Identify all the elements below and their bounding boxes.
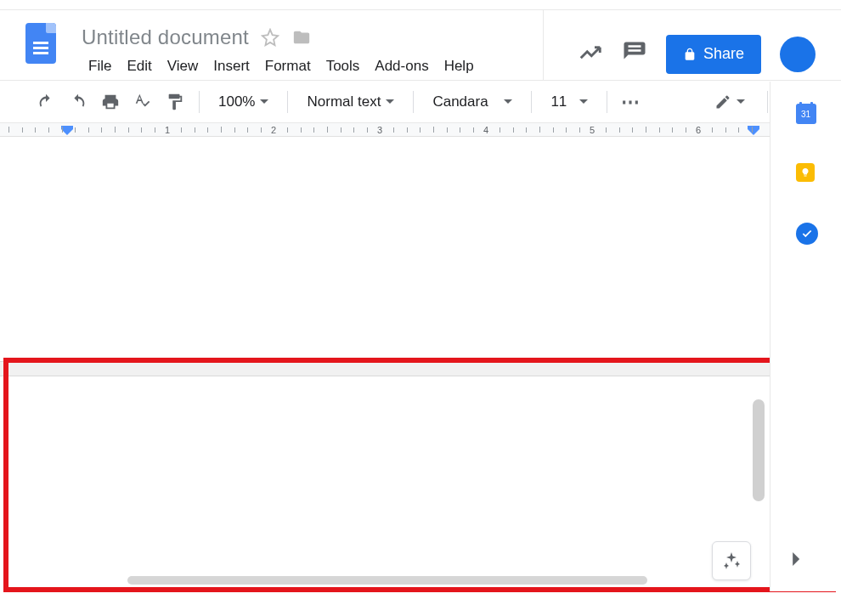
ruler-tick	[35, 127, 36, 133]
ruler-tick	[579, 127, 580, 133]
ruler-tick	[447, 127, 448, 133]
ruler-tick	[672, 127, 673, 133]
vertical-scrollbar[interactable]	[753, 399, 765, 501]
horizontal-ruler[interactable]: 1 2 3 4 5 6	[0, 123, 770, 137]
ruler-tick	[22, 127, 23, 133]
tasks-app-icon[interactable]	[796, 223, 816, 243]
ruler-tick	[526, 127, 527, 133]
ruler-tick	[367, 127, 368, 133]
app-header: Untitled document File Edit View Insert …	[0, 10, 841, 81]
toolbar-separator	[413, 91, 414, 113]
menu-file[interactable]: File	[82, 54, 118, 78]
ruler-tick	[553, 127, 554, 133]
comments-icon[interactable]	[622, 40, 647, 69]
menu-format[interactable]: Format	[258, 54, 318, 78]
chevron-down-icon	[260, 93, 268, 110]
ruler-mark-6: 6	[694, 123, 703, 137]
right-indent-marker[interactable]	[748, 126, 759, 138]
ruler-tick	[619, 127, 620, 133]
page-1[interactable]	[8, 137, 748, 361]
toolbar-separator	[287, 91, 288, 113]
ruler-tick	[473, 127, 474, 133]
menu-tools[interactable]: Tools	[319, 54, 367, 78]
ruler-mark-5: 5	[588, 123, 596, 137]
menu-addons[interactable]: Add-ons	[368, 54, 435, 78]
account-avatar[interactable]	[780, 37, 816, 72]
ruler-tick	[460, 127, 460, 133]
ruler-tick	[101, 127, 102, 133]
ruler-tick	[207, 127, 208, 133]
font-size-dropdown[interactable]: 11	[544, 88, 595, 116]
ruler-mark-3: 3	[375, 123, 384, 137]
star-icon[interactable]	[261, 28, 279, 47]
ruler-tick	[420, 127, 420, 133]
menu-help[interactable]: Help	[437, 54, 481, 78]
ruler-tick	[659, 127, 660, 133]
calendar-app-icon[interactable]: 31	[796, 104, 816, 124]
ruler-mark-2: 2	[269, 123, 278, 137]
ruler-tick	[75, 127, 76, 133]
paint-format-icon[interactable]	[163, 90, 187, 114]
ruler-tick	[407, 127, 408, 133]
ruler-tick	[725, 127, 726, 133]
more-tools-icon[interactable]: ⋯	[619, 90, 643, 114]
ruler-tick	[500, 127, 500, 133]
font-size-value: 11	[550, 93, 567, 110]
menu-view[interactable]: View	[161, 54, 206, 78]
ruler-tick	[433, 127, 434, 133]
editing-mode-dropdown[interactable]	[708, 88, 752, 116]
ruler-tick	[752, 127, 753, 133]
chevron-down-icon	[579, 93, 588, 110]
side-panel-expand-icon[interactable]	[790, 552, 804, 569]
browser-top-strip	[0, 0, 841, 10]
explore-button[interactable]	[712, 541, 751, 580]
horizontal-scrollbar[interactable]	[127, 576, 647, 585]
side-panel: 31	[770, 82, 841, 591]
share-button[interactable]: Share	[666, 35, 761, 74]
print-icon[interactable]	[99, 90, 122, 114]
ruler-tick	[62, 127, 63, 133]
share-label: Share	[703, 45, 744, 63]
folder-move-icon[interactable]	[291, 28, 312, 47]
ruler-tick	[155, 127, 155, 133]
ruler-tick	[301, 127, 302, 133]
menu-insert[interactable]: Insert	[206, 54, 257, 78]
redo-icon[interactable]	[66, 90, 90, 114]
menu-edit[interactable]: Edit	[120, 54, 158, 78]
ruler-tick	[738, 127, 739, 133]
title-area: Untitled document File Edit View Insert …	[82, 10, 543, 78]
ruler-tick	[513, 127, 514, 133]
paragraph-style-dropdown[interactable]: Normal text	[300, 88, 401, 116]
logo-area	[0, 10, 82, 64]
ruler-tick	[632, 127, 633, 133]
ruler-tick	[195, 127, 195, 133]
document-title[interactable]: Untitled document	[82, 25, 249, 49]
left-indent-marker[interactable]	[61, 126, 73, 138]
toolbar-separator	[767, 91, 768, 113]
docs-logo-icon[interactable]	[25, 23, 56, 64]
chevron-down-icon	[737, 93, 745, 110]
toolbar-separator	[607, 91, 607, 113]
toolbar: 100% Normal text Candara 11 ⋯	[0, 81, 841, 123]
undo-icon[interactable]	[34, 90, 58, 114]
ruler-tick	[712, 127, 713, 133]
menu-bar: File Edit View Insert Format Tools Add-o…	[82, 54, 543, 78]
font-dropdown[interactable]: Candara	[426, 88, 519, 116]
ruler-tick	[115, 127, 116, 133]
header-right: Share	[543, 10, 841, 81]
keep-app-icon[interactable]	[796, 163, 816, 184]
ruler-tick	[287, 127, 288, 133]
zoom-dropdown[interactable]: 100%	[212, 88, 275, 116]
activity-icon[interactable]	[578, 40, 603, 69]
ruler-tick	[313, 127, 314, 133]
ruler-tick	[128, 127, 129, 133]
page-gap	[0, 361, 770, 376]
ruler-tick	[686, 127, 686, 133]
style-value: Normal text	[307, 93, 381, 110]
ruler-tick	[261, 127, 262, 133]
ruler-tick	[181, 127, 182, 133]
ruler-tick	[8, 127, 9, 133]
spellcheck-icon[interactable]	[131, 90, 155, 114]
document-canvas[interactable]	[0, 137, 770, 596]
ruler-tick	[88, 127, 89, 133]
